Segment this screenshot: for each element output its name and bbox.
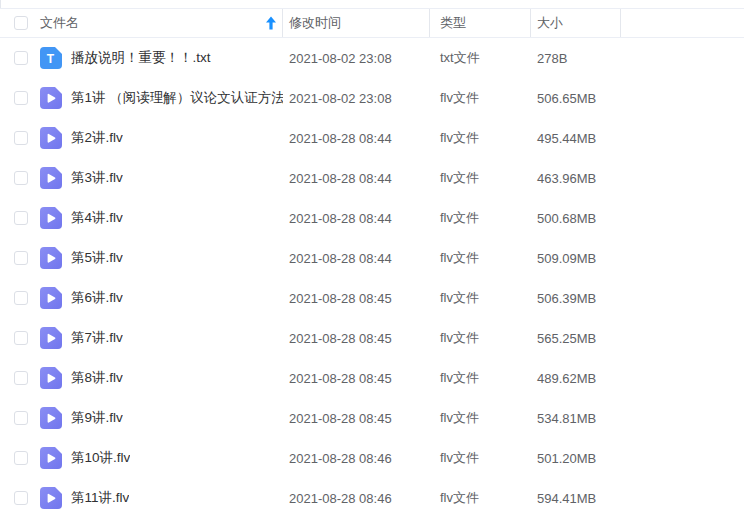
file-size: 500.68MB (531, 211, 621, 226)
file-name-cell: 第8讲.flv (0, 367, 283, 389)
file-name-cell: 第2讲.flv (0, 127, 283, 149)
column-header-filename[interactable]: 文件名 (0, 9, 283, 37)
file-name-cell: 第11讲.flv (0, 487, 283, 509)
file-name[interactable]: 第8讲.flv (71, 369, 123, 387)
file-name[interactable]: 第10讲.flv (71, 449, 130, 467)
video-file-icon (40, 247, 62, 269)
column-header-size[interactable]: 大小 (531, 9, 621, 37)
table-row[interactable]: 第4讲.flv 2021-08-28 08:44 flv文件 500.68MB (0, 198, 744, 238)
file-name-cell: T 播放说明！重要！！.txt (0, 47, 283, 69)
file-modified-time: 2021-08-28 08:44 (283, 131, 430, 146)
file-size: 495.44MB (531, 131, 621, 146)
file-name[interactable]: 第9讲.flv (71, 409, 123, 427)
table-row[interactable]: 第3讲.flv 2021-08-28 08:44 flv文件 463.96MB (0, 158, 744, 198)
file-size: 506.39MB (531, 291, 621, 306)
table-row[interactable]: T 播放说明！重要！！.txt 2021-08-02 23:08 txt文件 2… (0, 38, 744, 78)
file-name-cell: 第9讲.flv (0, 407, 283, 429)
file-size: 534.81MB (531, 411, 621, 426)
file-name[interactable]: 第1讲 （阅读理解）议论文认证方法... (71, 89, 283, 107)
file-modified-time: 2021-08-02 23:08 (283, 51, 430, 66)
modified-column-label: 修改时间 (289, 14, 341, 32)
size-column-label: 大小 (537, 14, 563, 32)
file-type: flv文件 (430, 409, 531, 427)
row-checkbox[interactable] (14, 411, 28, 425)
table-row[interactable]: 第8讲.flv 2021-08-28 08:45 flv文件 489.62MB (0, 358, 744, 398)
file-name[interactable]: 第11讲.flv (71, 489, 129, 507)
table-row[interactable]: 第6讲.flv 2021-08-28 08:45 flv文件 506.39MB (0, 278, 744, 318)
file-name[interactable]: 第6讲.flv (71, 289, 123, 307)
file-size: 501.20MB (531, 451, 621, 466)
file-size: 594.41MB (531, 491, 621, 506)
row-checkbox[interactable] (14, 451, 28, 465)
file-name[interactable]: 第4讲.flv (71, 209, 123, 227)
video-file-icon (40, 207, 62, 229)
table-row[interactable]: 第1讲 （阅读理解）议论文认证方法... 2021-08-02 23:08 fl… (0, 78, 744, 118)
file-size: 565.25MB (531, 331, 621, 346)
table-row[interactable]: 第7讲.flv 2021-08-28 08:45 flv文件 565.25MB (0, 318, 744, 358)
file-name[interactable]: 第5讲.flv (71, 249, 123, 267)
file-modified-time: 2021-08-02 23:08 (283, 91, 430, 106)
file-size: 463.96MB (531, 171, 621, 186)
table-row[interactable]: 第9讲.flv 2021-08-28 08:45 flv文件 534.81MB (0, 398, 744, 438)
video-file-icon (40, 287, 62, 309)
file-type: flv文件 (430, 89, 531, 107)
file-name-cell: 第10讲.flv (0, 447, 283, 469)
file-name-cell: 第4讲.flv (0, 207, 283, 229)
row-checkbox[interactable] (14, 331, 28, 345)
row-checkbox[interactable] (14, 51, 28, 65)
video-file-icon (40, 327, 62, 349)
row-checkbox[interactable] (14, 291, 28, 305)
file-modified-time: 2021-08-28 08:46 (283, 451, 430, 466)
row-checkbox[interactable] (14, 171, 28, 185)
table-row[interactable]: 第2讲.flv 2021-08-28 08:44 flv文件 495.44MB (0, 118, 744, 158)
file-modified-time: 2021-08-28 08:45 (283, 331, 430, 346)
table-row[interactable]: 第11讲.flv 2021-08-28 08:46 flv文件 594.41MB (0, 478, 744, 518)
file-type: flv文件 (430, 129, 531, 147)
file-name-cell: 第5讲.flv (0, 247, 283, 269)
svg-text:T: T (47, 52, 55, 66)
file-name[interactable]: 播放说明！重要！！.txt (71, 49, 211, 67)
file-modified-time: 2021-08-28 08:45 (283, 411, 430, 426)
file-name[interactable]: 第2讲.flv (71, 129, 123, 147)
table-header: 文件名 修改时间 类型 大小 (0, 8, 744, 38)
row-checkbox[interactable] (14, 491, 28, 505)
file-manager-window: 文件名 修改时间 类型 大小 T 播放说明！重要！！.txt 2021-08-0… (0, 0, 744, 519)
file-type: flv文件 (430, 249, 531, 267)
file-modified-time: 2021-08-28 08:45 (283, 291, 430, 306)
video-file-icon (40, 127, 62, 149)
row-checkbox[interactable] (14, 371, 28, 385)
row-checkbox[interactable] (14, 91, 28, 105)
sort-ascending-arrow-icon[interactable] (265, 16, 277, 30)
table-row[interactable]: 第10讲.flv 2021-08-28 08:46 flv文件 501.20MB (0, 438, 744, 478)
video-file-icon (40, 87, 62, 109)
file-type: flv文件 (430, 369, 531, 387)
txt-file-icon: T (40, 47, 62, 69)
table-row[interactable]: 第5讲.flv 2021-08-28 08:44 flv文件 509.09MB (0, 238, 744, 278)
file-list: T 播放说明！重要！！.txt 2021-08-02 23:08 txt文件 2… (0, 38, 744, 518)
file-type: flv文件 (430, 449, 531, 467)
row-checkbox[interactable] (14, 131, 28, 145)
video-file-icon (40, 167, 62, 189)
file-name-cell: 第7讲.flv (0, 327, 283, 349)
file-name-cell: 第1讲 （阅读理解）议论文认证方法... (0, 87, 283, 109)
file-size: 509.09MB (531, 251, 621, 266)
select-all-checkbox[interactable] (14, 16, 28, 30)
file-name[interactable]: 第3讲.flv (71, 169, 123, 187)
file-name[interactable]: 第7讲.flv (71, 329, 123, 347)
file-size: 489.62MB (531, 371, 621, 386)
file-size: 278B (531, 51, 621, 66)
file-name-cell: 第3讲.flv (0, 167, 283, 189)
file-size: 506.65MB (531, 91, 621, 106)
file-type: txt文件 (430, 49, 531, 67)
file-modified-time: 2021-08-28 08:45 (283, 371, 430, 386)
column-header-modified[interactable]: 修改时间 (283, 9, 430, 37)
column-header-type[interactable]: 类型 (430, 9, 531, 37)
video-file-icon (40, 447, 62, 469)
row-checkbox[interactable] (14, 211, 28, 225)
column-header-filler (621, 9, 744, 37)
row-checkbox[interactable] (14, 251, 28, 265)
file-type: flv文件 (430, 209, 531, 227)
file-type: flv文件 (430, 489, 531, 507)
video-file-icon (40, 407, 62, 429)
file-type: flv文件 (430, 329, 531, 347)
